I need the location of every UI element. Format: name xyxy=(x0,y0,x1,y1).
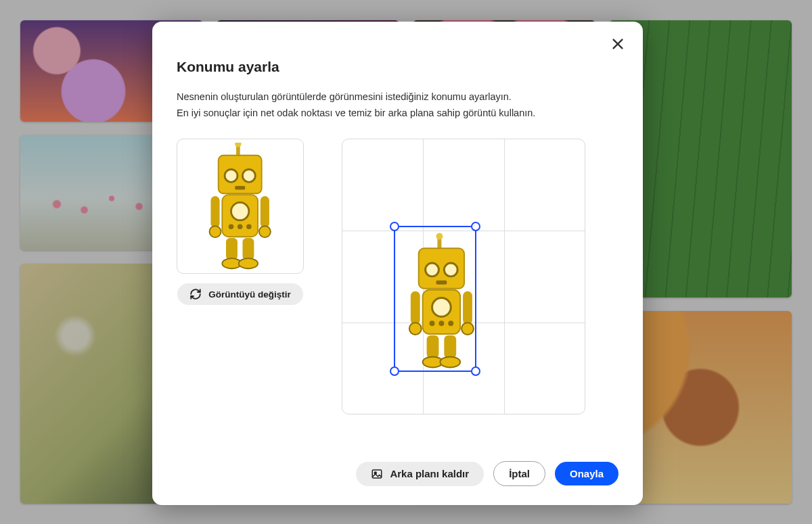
close-button[interactable] xyxy=(610,37,625,51)
grid-line xyxy=(504,139,505,414)
modal-subtitle: Nesnenin oluşturulan görüntülerde görünm… xyxy=(177,91,618,102)
resize-handle-bl[interactable] xyxy=(390,366,399,376)
resize-handle-tr[interactable] xyxy=(471,222,480,231)
resize-handle-tl[interactable] xyxy=(390,222,399,231)
confirm-label: Onayla xyxy=(570,468,604,479)
modal-title: Konumu ayarla xyxy=(177,59,618,75)
switch-image-button[interactable]: Görüntüyü değiştir xyxy=(177,283,303,305)
svg-rect-20 xyxy=(373,470,382,478)
robot-icon xyxy=(183,143,296,270)
placement-grid[interactable] xyxy=(342,139,585,414)
confirm-button[interactable]: Onayla xyxy=(555,462,618,485)
subject-preview xyxy=(177,139,304,274)
cancel-label: İptal xyxy=(509,468,530,479)
switch-image-label: Görüntüyü değiştir xyxy=(208,289,291,300)
selection-box[interactable] xyxy=(394,226,476,372)
close-icon xyxy=(610,37,625,51)
image-icon xyxy=(371,468,383,480)
resize-handle-br[interactable] xyxy=(471,366,480,376)
set-position-modal: Konumu ayarla Nesnenin oluşturulan görün… xyxy=(152,22,643,505)
modal-footer: Arka planı kaldır İptal Onayla xyxy=(152,461,618,486)
remove-background-button[interactable]: Arka planı kaldır xyxy=(356,462,484,486)
refresh-icon xyxy=(189,288,202,300)
cancel-button[interactable]: İptal xyxy=(493,461,545,486)
modal-hint: En iyi sonuçlar için net odak noktası ve… xyxy=(177,108,618,118)
remove-background-label: Arka planı kaldır xyxy=(390,468,469,479)
